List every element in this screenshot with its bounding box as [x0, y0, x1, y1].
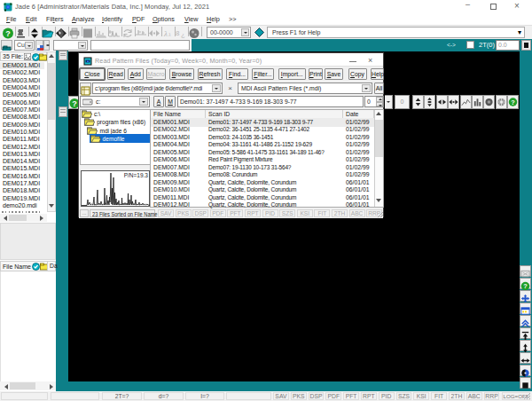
svg-text:?: ?	[5, 29, 11, 38]
svg-text:?: ?	[72, 99, 77, 108]
svg-text:¿: ¿	[181, 31, 185, 39]
svg-text:λ: λ	[168, 32, 171, 37]
svg-text:?: ?	[511, 98, 515, 106]
svg-text:8: 8	[176, 29, 180, 37]
svg-text:λ: λ	[163, 29, 168, 38]
svg-text:?: ?	[523, 282, 528, 290]
